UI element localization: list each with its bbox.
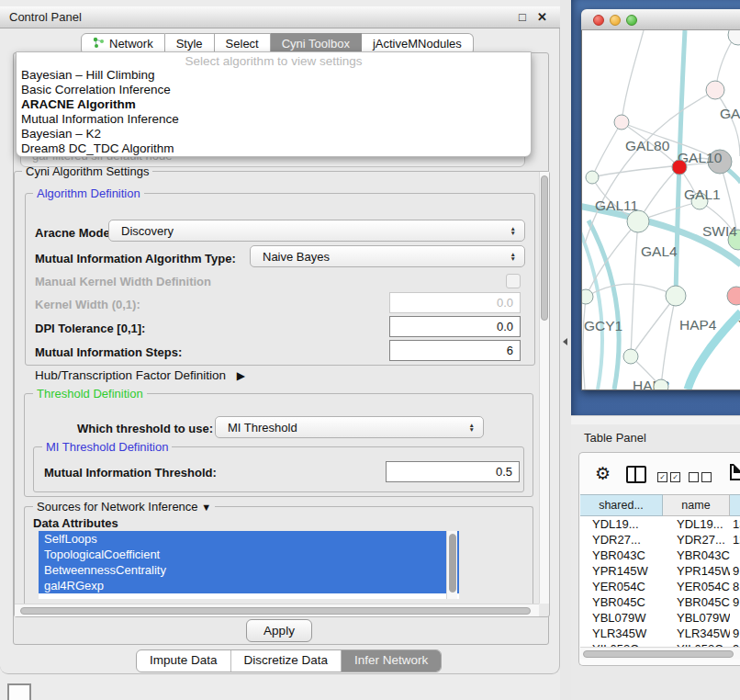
- attribute-item[interactable]: BetweennessCentrality: [39, 562, 459, 578]
- bottom-tab-discretize-data[interactable]: Discretize Data: [230, 650, 342, 672]
- table-row[interactable]: YBR045CYBR045C9.: [580, 594, 740, 610]
- select-all-columns-icon[interactable]: ✓✓: [657, 469, 680, 485]
- table-row[interactable]: YDL19...YDL19...13: [580, 516, 740, 532]
- aracne-mode-combobox[interactable]: Discovery ▲▼: [108, 220, 525, 242]
- network-node[interactable]: [672, 160, 687, 175]
- network-node[interactable]: [654, 379, 668, 390]
- table-cell: 9.: [730, 626, 740, 641]
- zoom-traffic-light[interactable]: [626, 15, 637, 26]
- table-cell: 8.: [730, 579, 740, 594]
- minimized-panel-icon[interactable]: [7, 683, 31, 700]
- mi-type-value: Naive Bayes: [263, 250, 330, 264]
- close-panel-icon[interactable]: ✕: [537, 10, 547, 24]
- column-header[interactable]: shared...: [580, 494, 663, 516]
- network-node-gcy1[interactable]: [582, 289, 593, 304]
- dpi-tolerance-label: DPI Tolerance [0,1]:: [35, 322, 145, 335]
- split-pane-divider[interactable]: [560, 0, 571, 700]
- algorithm-option[interactable]: Bayesian – Hill Climbing: [17, 68, 531, 83]
- network-edge: [583, 297, 586, 390]
- algorithm-option[interactable]: Basic Correlation Inference: [17, 83, 531, 97]
- network-node-hap2[interactable]: [623, 349, 638, 364]
- network-edge: [715, 91, 740, 156]
- tab-label: Cyni Toolbox: [282, 37, 350, 51]
- minimize-traffic-light[interactable]: [610, 15, 621, 26]
- network-node-gal11[interactable]: [586, 171, 599, 184]
- settings-horizontal-scrollbar[interactable]: [15, 604, 539, 616]
- network-edge: [592, 122, 622, 177]
- network-node-gal80[interactable]: [614, 115, 629, 130]
- mi-steps-label: Mutual Information Steps:: [35, 345, 182, 359]
- table-cell: YDL19...: [580, 516, 663, 532]
- table-row[interactable]: YLR345WYLR345W9.: [580, 626, 740, 641]
- dpi-tolerance-field[interactable]: 0.0: [389, 316, 521, 337]
- hub-definition-toggle[interactable]: Hub/Transcription Factor Definition ▶: [35, 368, 245, 382]
- column-header[interactable]: name: [663, 494, 730, 516]
- deselect-all-columns-icon[interactable]: [689, 469, 712, 485]
- table-cell: YBR043C: [663, 548, 730, 563]
- node-label: GAL4: [641, 243, 678, 259]
- table-cell: YBL079W: [663, 610, 730, 626]
- table-cell: YPR145W: [663, 563, 730, 579]
- mi-type-combobox[interactable]: Naive Bayes ▲▼: [250, 245, 525, 267]
- network-node-hap4[interactable]: [666, 286, 686, 306]
- table-horizontal-scrollbar[interactable]: [580, 647, 740, 660]
- algorithm-option[interactable]: Bayesian – K2: [17, 127, 531, 141]
- control-panel-titlebar: [0, 6, 560, 28]
- table-cell: YLR345W: [580, 626, 663, 641]
- table-settings-gear-icon[interactable]: ⚙: [595, 463, 611, 484]
- table-row[interactable]: YDR27...YDR27...12: [580, 532, 740, 548]
- which-threshold-combobox[interactable]: MI Threshold ▲▼: [215, 416, 484, 438]
- table-row[interactable]: YER054CYER054C8.: [580, 579, 740, 594]
- kernel-width-value: 0.0: [497, 296, 513, 310]
- table-cell: 13: [730, 516, 740, 532]
- attribute-item[interactable]: gal4RGexp: [39, 578, 459, 593]
- column-layout-icon[interactable]: [626, 466, 646, 483]
- which-threshold-value: MI Threshold: [228, 421, 297, 435]
- table-cell: YER054C: [663, 579, 730, 594]
- attribute-item[interactable]: SelfLoops: [39, 531, 459, 547]
- network-node-y[interactable]: [727, 287, 740, 305]
- new-table-file-icon[interactable]: [730, 464, 740, 480]
- close-traffic-light[interactable]: [593, 15, 604, 26]
- network-node[interactable]: [728, 30, 740, 45]
- algorithm-option[interactable]: Dream8 DC_TDC Algorithm: [17, 141, 531, 156]
- mi-steps-field[interactable]: 6: [389, 340, 521, 361]
- sources-toggle[interactable]: Sources for Network Inference ▼: [33, 500, 215, 514]
- data-attributes-label: Data Attributes: [33, 516, 118, 530]
- threshold-definition-legend: Threshold Definition: [33, 387, 147, 401]
- table-row[interactable]: YBR043CYBR043C: [580, 548, 740, 563]
- mi-threshold-field[interactable]: 0.5: [386, 461, 520, 482]
- apply-button[interactable]: Apply: [246, 619, 312, 642]
- kernel-width-field[interactable]: 0.0: [389, 292, 521, 313]
- attr-list-scrollbar[interactable]: [446, 531, 457, 599]
- hub-definition-label: Hub/Transcription Factor Definition: [35, 368, 226, 382]
- panel-divider-strip: [571, 415, 740, 424]
- float-panel-icon[interactable]: □: [519, 10, 526, 24]
- node-label: GAL80: [625, 138, 670, 153]
- table-cell: YBR045C: [663, 594, 730, 610]
- column-header[interactable]: A: [730, 494, 740, 516]
- network-node-gal4[interactable]: [627, 210, 649, 232]
- bottom-tab-impute-data[interactable]: Impute Data: [137, 650, 230, 672]
- table-cell: YDR27...: [580, 532, 663, 548]
- mi-steps-value: 6: [507, 344, 513, 357]
- divider-collapse-handle[interactable]: [563, 338, 567, 345]
- attribute-item[interactable]: TopologicalCoefficient: [39, 547, 459, 562]
- mi-threshold-value: 0.5: [496, 465, 512, 479]
- settings-vertical-scrollbar[interactable]: [539, 172, 549, 604]
- kernel-width-label: Kernel Width (0,1):: [35, 298, 140, 311]
- manual-kernel-checkbox[interactable]: [506, 274, 521, 288]
- sources-legend: Sources for Network Inference: [37, 500, 198, 514]
- network-window-titlebar[interactable]: [581, 9, 740, 30]
- mi-threshold-label: Mutual Information Threshold:: [44, 466, 217, 480]
- dpi-tolerance-value: 0.0: [497, 320, 513, 333]
- table-row[interactable]: YBL079WYBL079W: [580, 610, 740, 626]
- table-cell: 9.: [730, 594, 740, 610]
- spinner-arrows-icon: ▲▼: [510, 252, 516, 261]
- network-node-gal[interactable]: [706, 81, 724, 99]
- algorithm-option[interactable]: Mutual Information Inference: [17, 112, 531, 127]
- algorithm-option[interactable]: ARACNE Algorithm: [17, 97, 531, 112]
- table-row[interactable]: YPR145WYPR145W9.: [580, 563, 740, 579]
- network-canvas[interactable]: GALGAL80GAL10GAL11GAL1SWI4GAL4GCY1HAP4YH…: [582, 30, 740, 390]
- bottom-tab-infer-network[interactable]: Infer Network: [341, 650, 441, 672]
